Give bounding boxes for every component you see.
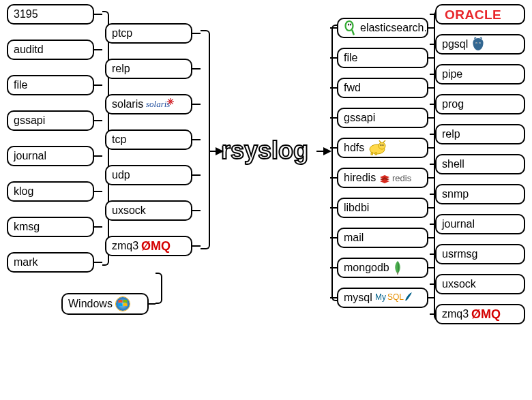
connector-line — [430, 253, 435, 255]
connector-line — [192, 139, 201, 140]
svg-text:ØMQ: ØMQ — [471, 307, 501, 321]
input-relp: relp — [105, 59, 192, 79]
bracket — [331, 25, 338, 301]
connector-line — [430, 74, 435, 75]
svg-point-23 — [410, 293, 411, 294]
svg-text:ORACLE: ORACLE — [445, 7, 501, 22]
output-uxsock: uxsock — [435, 274, 525, 294]
output-libdbi: libdbi — [337, 198, 428, 218]
connector-line — [192, 245, 201, 247]
connector-line — [430, 44, 435, 45]
connector-line — [94, 155, 102, 157]
input-kmsg-label: kmsg — [14, 221, 40, 233]
oracle-icon: ORACLE — [445, 7, 513, 22]
output-mysql: mysqlMySQL — [337, 288, 428, 308]
output-elasticsearch.-label: elasticsearch. — [360, 22, 427, 34]
input-solaris-label: solaris — [112, 98, 143, 110]
svg-point-28 — [479, 43, 480, 44]
input-uxsock-label: uxsock — [112, 204, 146, 217]
input-zmq3-label: zmq3 — [112, 240, 138, 252]
svg-rect-17 — [371, 153, 373, 155]
output-hdfs: hdfs — [337, 138, 428, 158]
output-mail: mail — [337, 228, 428, 248]
postgresql-icon — [471, 37, 486, 52]
output-shell: shell — [435, 154, 525, 174]
output-hiredis-label: hiredis — [344, 172, 376, 184]
connector-line — [330, 207, 337, 209]
svg-text:My: My — [375, 292, 386, 302]
input-windows-label: Windows — [68, 298, 113, 310]
input-journal: journal — [7, 146, 94, 166]
input-3195: 3195 — [7, 4, 94, 25]
connector-line — [428, 297, 434, 298]
connector-line — [330, 27, 337, 29]
input-gssapi-label: gssapi — [14, 114, 45, 127]
input-journal-label: journal — [14, 150, 46, 162]
output-elasticsearch.: elasticsearch. — [337, 18, 428, 38]
output-hiredis: hiredisredis — [337, 168, 428, 188]
connector-line — [94, 84, 102, 86]
input-relp-label: relp — [112, 63, 130, 75]
svg-text:SQL: SQL — [387, 292, 404, 302]
connector-line — [192, 68, 201, 70]
svg-rect-10 — [351, 29, 355, 35]
windows-icon — [115, 296, 130, 311]
svg-point-16 — [383, 144, 384, 146]
hadoop-icon — [367, 140, 387, 155]
input-3195-label: 3195 — [14, 8, 38, 20]
elasticsearch-icon — [344, 20, 357, 36]
input-klog: klog — [7, 181, 94, 202]
svg-point-12 — [350, 23, 351, 25]
input-auditd-label: auditd — [14, 44, 44, 56]
output-usrmsg: usrmsg — [435, 244, 525, 264]
mysql-icon: MySQL — [375, 291, 413, 305]
connector-line — [430, 14, 435, 15]
svg-point-11 — [348, 23, 349, 25]
output-shell-label: shell — [442, 158, 464, 170]
solaris-icon: solaris — [146, 98, 176, 110]
connector-line — [428, 87, 434, 89]
output-zmq3-label: zmq3 — [442, 308, 469, 320]
svg-point-8 — [116, 297, 130, 311]
connector-line — [94, 191, 102, 192]
output-snmp-label: snmp — [442, 188, 469, 200]
output-mail-label: mail — [344, 232, 364, 244]
output-libdbi-label: libdbi — [344, 202, 369, 214]
output-hdfs-label: hdfs — [344, 142, 364, 154]
output-snmp: snmp — [435, 184, 525, 204]
output-file-label: file — [344, 52, 357, 64]
bracket — [156, 273, 162, 304]
connector-line — [330, 237, 337, 239]
input-solaris: solarissolaris — [105, 94, 192, 114]
input-mark-label: mark — [14, 256, 38, 268]
connector-line — [428, 147, 434, 149]
output-mongodb: mongodb — [337, 258, 428, 278]
zeromq-icon: ØMQ — [471, 307, 511, 321]
output-mysql-label: mysql — [344, 292, 372, 304]
output-oracle: ORACLE — [435, 4, 525, 25]
output-mongodb-label: mongodb — [344, 262, 389, 274]
input-windows: Windows — [61, 293, 149, 315]
output-file: file — [337, 48, 428, 68]
arrow-inputs — [209, 147, 224, 155]
input-ptcp-label: ptcp — [112, 27, 132, 40]
center-label: rsyslog — [221, 136, 308, 165]
connector-line — [94, 49, 102, 50]
svg-rect-20 — [397, 272, 398, 275]
connector-line — [192, 104, 201, 105]
zeromq-icon: ØMQ — [141, 239, 181, 253]
output-gssapi-label: gssapi — [344, 112, 375, 124]
connector-line — [192, 210, 201, 211]
input-auditd: auditd — [7, 40, 94, 60]
input-zmq3: zmq3ØMQ — [105, 236, 192, 256]
input-gssapi: gssapi — [7, 110, 94, 131]
svg-text:solaris: solaris — [146, 99, 170, 109]
connector-line — [330, 117, 337, 119]
output-pgsql-label: pgsql — [442, 38, 468, 50]
connector-line — [428, 117, 434, 119]
input-file-label: file — [14, 79, 27, 91]
input-tcp: tcp — [105, 129, 192, 150]
output-prog-label: prog — [442, 98, 464, 110]
svg-point-14 — [379, 142, 385, 149]
connector-line — [330, 87, 337, 89]
